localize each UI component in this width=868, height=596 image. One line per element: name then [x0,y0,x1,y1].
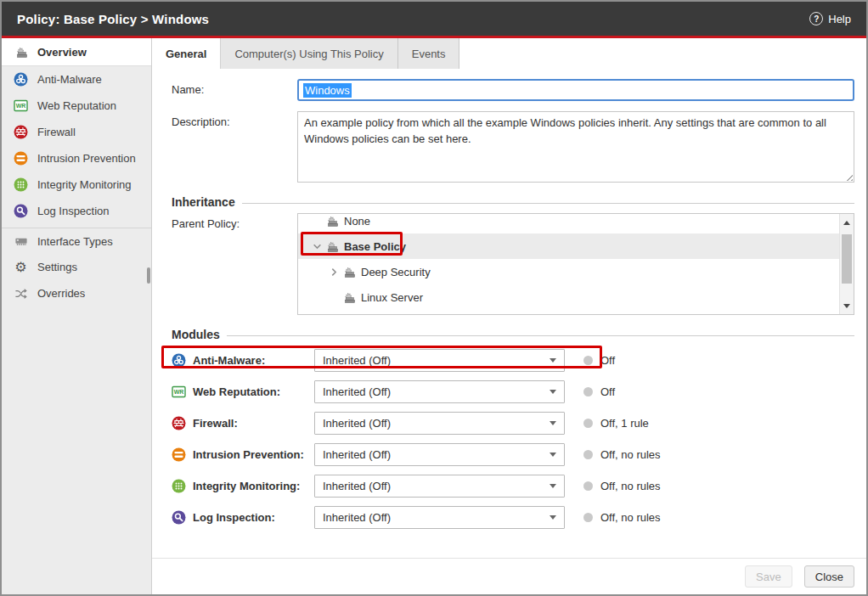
sidebar-item-label: Anti-Malware [37,73,102,86]
status-dot-icon [583,419,593,428]
sidebar-item-label: Overrides [37,287,85,300]
chevron-down-icon [550,515,556,520]
close-button[interactable]: Close [804,565,854,588]
modules-section-heading: Modules [172,328,854,341]
description-value: An example policy from which all the exa… [304,116,826,145]
resize-handle-icon[interactable] [844,172,853,181]
section-divider [242,203,854,204]
overrides-icon [13,287,29,301]
tree-item[interactable] [298,310,839,315]
sidebar-item-intrusion-prevention[interactable]: Intrusion Prevention [2,145,151,171]
module-status-text: Off, no rules [600,511,661,524]
sidebar-item-integrity-monitoring[interactable]: Integrity Monitoring [2,171,151,198]
tab-computer-s-using-this-policy[interactable]: Computer(s) Using This Policy [221,38,397,69]
name-field-row: Name: Windows [172,79,854,101]
module-row-intrusion-prevention: Intrusion Prevention: Inherited (Off) Of… [172,439,854,470]
module-status-text: Off [600,385,615,398]
tree-item-label: None [344,215,370,228]
module-label: Integrity Monitoring: [193,480,314,492]
intrusion-prevention-icon [172,447,193,462]
inheritance-section-heading: Inheritance [172,195,854,209]
tree-item-none[interactable]: None [298,213,839,233]
module-state-dropdown[interactable]: Inherited (Off) [314,475,565,498]
status-dot-icon [583,387,593,396]
module-state-dropdown[interactable]: Inherited (Off) [314,380,565,403]
firewall-icon [172,416,193,430]
module-label: Intrusion Prevention: [193,448,314,461]
tab-general[interactable]: General [152,38,221,69]
policy-icon [325,215,344,228]
description-textarea[interactable]: An example policy from which all the exa… [297,111,854,183]
tree-item-linux-server[interactable]: Linux Server [298,284,839,310]
section-divider [227,335,854,336]
modules-heading-label: Modules [172,328,220,341]
sidebar-item-settings[interactable]: ⚙ Settings [2,254,151,280]
module-state-dropdown[interactable]: Inherited (Off) [314,506,565,529]
save-button[interactable]: Save [745,565,792,588]
parent-policy-tree: None Base Policy [297,213,854,315]
anti-malware-icon [13,72,29,87]
sidebar-item-label: Web Reputation [37,99,116,112]
overview-icon [13,46,29,59]
interface-types-icon [13,234,29,248]
firewall-icon [13,125,29,139]
help-button[interactable]: ? Help [809,12,851,25]
policy-icon [342,291,361,304]
chevron-down-icon[interactable] [308,242,325,251]
module-label: Web Reputation: [193,385,314,398]
integrity-monitoring-icon [13,177,29,192]
tree-scrollbar[interactable] [839,214,854,314]
dropdown-selected-value: Inherited (Off) [323,417,391,430]
description-field-row: Description: An example policy from whic… [172,111,854,183]
module-label: Firewall: [193,417,314,430]
module-state-dropdown[interactable]: Inherited (Off) [314,349,565,372]
name-input[interactable]: Windows [297,79,854,101]
status-dot-icon [583,513,593,522]
sidebar-item-interface-types[interactable]: Interface Types [2,228,151,254]
module-status-text: Off, no rules [600,480,661,492]
tree-item-label: Deep Security [361,266,431,278]
main-area: Overview Anti-Malware WR Web Reputation … [2,38,866,594]
parent-policy-label: Parent Policy: [172,213,297,315]
intrusion-prevention-icon [13,151,29,166]
chevron-down-icon [550,421,556,425]
sidebar: Overview Anti-Malware WR Web Reputation … [2,38,152,594]
dropdown-selected-value: Inherited (Off) [323,511,391,524]
module-state-dropdown[interactable]: Inherited (Off) [314,443,565,466]
sidebar-item-firewall[interactable]: Firewall [2,119,151,145]
chevron-down-icon [550,358,556,363]
scroll-down-arrow-icon[interactable] [840,299,854,312]
scroll-up-arrow-icon[interactable] [840,216,854,229]
dropdown-selected-value: Inherited (Off) [323,448,391,461]
tab-events[interactable]: Events [398,38,460,69]
content-panel: General Computer(s) Using This Policy Ev… [152,38,866,594]
sidebar-item-log-inspection[interactable]: Log Inspection [2,198,151,224]
window-title: Policy: Base Policy > Windows [17,12,209,26]
sidebar-item-anti-malware[interactable]: Anti-Malware [2,66,151,93]
module-row-web-reputation: WR Web Reputation: Inherited (Off) Off [172,376,854,408]
anti-malware-icon [172,353,193,368]
settings-icon: ⚙ [13,261,29,274]
dropdown-selected-value: Inherited (Off) [323,385,391,398]
tree-item-deep-security[interactable]: Deep Security [298,259,839,284]
help-label: Help [828,13,851,25]
sidebar-splitter-handle[interactable] [147,267,150,284]
log-inspection-icon [172,510,193,525]
tree-rows: None Base Policy [298,213,839,314]
scrollbar-thumb[interactable] [842,234,852,284]
module-state-dropdown[interactable]: Inherited (Off) [314,412,565,435]
module-status-text: Off, no rules [600,448,661,461]
sidebar-item-overview[interactable]: Overview [2,38,151,66]
policy-icon [325,240,344,253]
name-label: Name: [172,79,297,101]
tab-label: General [166,48,206,60]
sidebar-item-overrides[interactable]: Overrides [2,280,151,306]
chevron-right-icon[interactable] [325,267,342,277]
tree-item-base-policy[interactable]: Base Policy [298,233,839,259]
module-row-log-inspection: Log Inspection: Inherited (Off) Off, no … [172,502,854,533]
sidebar-item-label: Intrusion Prevention [37,152,136,165]
inheritance-heading-label: Inheritance [172,195,235,209]
tree-item-label: Linux Server [361,291,423,304]
sidebar-item-web-reputation[interactable]: WR Web Reputation [2,93,151,119]
policy-editor-window: Policy: Base Policy > Windows ? Help Ove… [0,0,868,596]
